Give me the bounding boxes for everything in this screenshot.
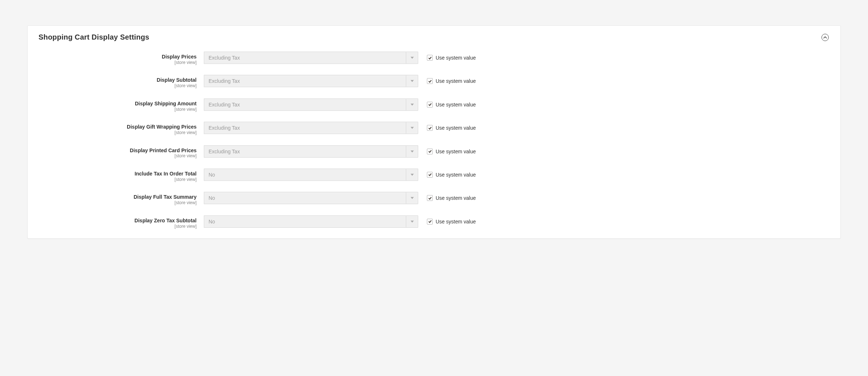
chevron-down-icon <box>406 98 418 111</box>
use-system-label[interactable]: Use system value <box>436 219 476 225</box>
field-label: Display Gift Wrapping Prices <box>39 124 197 130</box>
select-printed-card-prices[interactable]: Excluding Tax <box>204 145 418 158</box>
select-full-tax-summary[interactable]: No <box>204 192 418 204</box>
use-system-checkbox[interactable] <box>427 102 433 108</box>
select-zero-tax-subtotal[interactable]: No <box>204 215 418 228</box>
label-col: Include Tax In Order Total [store view] <box>39 169 204 182</box>
select-value: Excluding Tax <box>204 52 406 64</box>
select-col: No <box>204 169 418 181</box>
select-col: No <box>204 215 418 228</box>
select-col: Excluding Tax <box>204 122 418 134</box>
field-row-gift-wrapping-prices: Display Gift Wrapping Prices [store view… <box>39 122 829 136</box>
checkbox-col: Use system value <box>418 145 476 158</box>
label-col: Display Gift Wrapping Prices [store view… <box>39 122 204 136</box>
select-display-shipping-amount[interactable]: Excluding Tax <box>204 98 418 111</box>
chevron-down-icon <box>406 52 418 64</box>
select-display-subtotal[interactable]: Excluding Tax <box>204 75 418 87</box>
field-label: Include Tax In Order Total <box>39 171 197 177</box>
select-col: Excluding Tax <box>204 98 418 111</box>
field-label: Display Shipping Amount <box>39 101 197 107</box>
panel-title: Shopping Cart Display Settings <box>39 33 149 41</box>
panel-header: Shopping Cart Display Settings <box>39 33 829 41</box>
use-system-checkbox[interactable] <box>427 149 433 154</box>
use-system-label[interactable]: Use system value <box>436 149 476 154</box>
checkbox-col: Use system value <box>418 192 476 204</box>
use-system-label[interactable]: Use system value <box>436 102 476 108</box>
checkbox-col: Use system value <box>418 52 476 64</box>
use-system-label[interactable]: Use system value <box>436 55 476 61</box>
field-scope: [store view] <box>39 200 197 206</box>
use-system-checkbox[interactable] <box>427 55 433 61</box>
field-scope: [store view] <box>39 177 197 183</box>
label-col: Display Printed Card Prices [store view] <box>39 145 204 159</box>
select-gift-wrapping-prices[interactable]: Excluding Tax <box>204 122 418 134</box>
use-system-label[interactable]: Use system value <box>436 78 476 84</box>
chevron-down-icon <box>406 122 418 134</box>
field-scope: [store view] <box>39 60 197 66</box>
chevron-down-icon <box>406 75 418 87</box>
collapse-icon[interactable] <box>821 34 829 41</box>
label-col: Display Zero Tax Subtotal [store view] <box>39 215 204 229</box>
settings-panel: Shopping Cart Display Settings Display P… <box>27 25 841 239</box>
use-system-checkbox[interactable] <box>427 78 433 84</box>
field-row-zero-tax-subtotal: Display Zero Tax Subtotal [store view] N… <box>39 215 829 229</box>
field-label: Display Zero Tax Subtotal <box>39 218 197 224</box>
use-system-label[interactable]: Use system value <box>436 172 476 178</box>
use-system-label[interactable]: Use system value <box>436 195 476 201</box>
field-row-printed-card-prices: Display Printed Card Prices [store view]… <box>39 145 829 159</box>
use-system-label[interactable]: Use system value <box>436 125 476 131</box>
field-scope: [store view] <box>39 153 197 159</box>
select-col: Excluding Tax <box>204 145 418 158</box>
field-scope: [store view] <box>39 107 197 113</box>
chevron-down-icon <box>406 215 418 228</box>
select-col: Excluding Tax <box>204 52 418 64</box>
select-value: Excluding Tax <box>204 75 406 87</box>
use-system-checkbox[interactable] <box>427 125 433 131</box>
checkbox-col: Use system value <box>418 169 476 181</box>
chevron-down-icon <box>406 192 418 204</box>
label-col: Display Prices [store view] <box>39 52 204 65</box>
checkbox-col: Use system value <box>418 122 476 134</box>
checkbox-col: Use system value <box>418 215 476 228</box>
select-col: No <box>204 192 418 204</box>
field-row-display-subtotal: Display Subtotal [store view] Excluding … <box>39 75 829 89</box>
field-row-display-prices: Display Prices [store view] Excluding Ta… <box>39 52 829 65</box>
select-value: Excluding Tax <box>204 145 406 158</box>
field-scope: [store view] <box>39 130 197 136</box>
select-value: Excluding Tax <box>204 122 406 134</box>
form-rows: Display Prices [store view] Excluding Ta… <box>39 52 829 229</box>
checkbox-col: Use system value <box>418 75 476 87</box>
select-include-tax-order-total[interactable]: No <box>204 169 418 181</box>
field-scope: [store view] <box>39 224 197 230</box>
select-value: No <box>204 169 406 181</box>
field-row-display-shipping-amount: Display Shipping Amount [store view] Exc… <box>39 98 829 112</box>
field-label: Display Full Tax Summary <box>39 194 197 200</box>
select-display-prices[interactable]: Excluding Tax <box>204 52 418 64</box>
field-label: Display Subtotal <box>39 77 197 83</box>
chevron-down-icon <box>406 145 418 158</box>
label-col: Display Full Tax Summary [store view] <box>39 192 204 206</box>
select-value: No <box>204 215 406 228</box>
field-scope: [store view] <box>39 83 197 89</box>
field-label: Display Prices <box>39 54 197 60</box>
field-row-full-tax-summary: Display Full Tax Summary [store view] No… <box>39 192 829 206</box>
checkbox-col: Use system value <box>418 98 476 111</box>
use-system-checkbox[interactable] <box>427 219 433 225</box>
label-col: Display Shipping Amount [store view] <box>39 98 204 112</box>
chevron-down-icon <box>406 169 418 181</box>
use-system-checkbox[interactable] <box>427 195 433 201</box>
select-value: No <box>204 192 406 204</box>
use-system-checkbox[interactable] <box>427 172 433 178</box>
select-value: Excluding Tax <box>204 98 406 111</box>
select-col: Excluding Tax <box>204 75 418 87</box>
field-row-include-tax-order-total: Include Tax In Order Total [store view] … <box>39 169 829 182</box>
label-col: Display Subtotal [store view] <box>39 75 204 89</box>
field-label: Display Printed Card Prices <box>39 147 197 154</box>
